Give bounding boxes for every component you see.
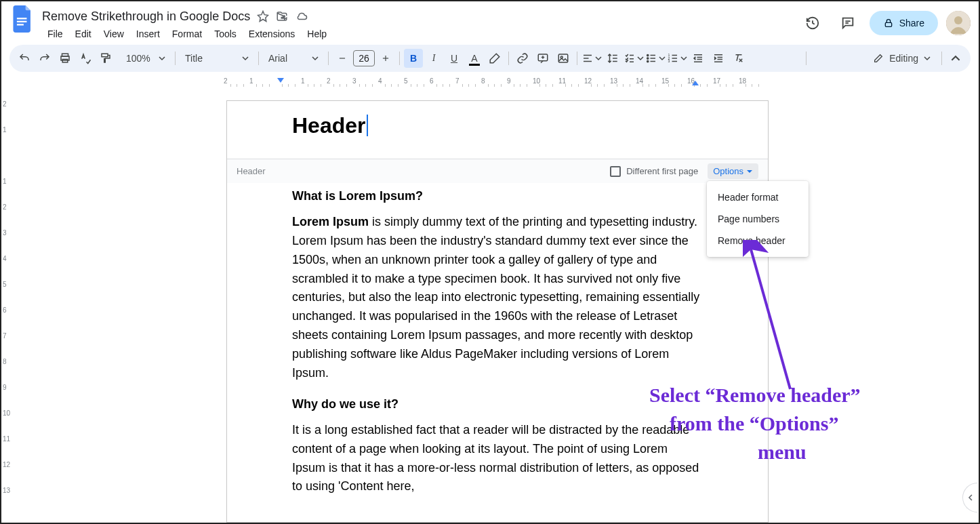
options-dropdown-menu: Header format Page numbers Remove header xyxy=(707,181,809,257)
underline-button[interactable]: U xyxy=(445,49,464,68)
collapse-toolbar-button[interactable] xyxy=(946,49,965,68)
menu-page-numbers[interactable]: Page numbers xyxy=(707,208,809,230)
paragraph: Lorem Ipsum is simply dummy text of the … xyxy=(292,213,703,383)
title-area: Remove Strikethrough in Google Docs File… xyxy=(42,5,799,42)
move-icon[interactable] xyxy=(276,10,288,22)
chevron-down-icon xyxy=(159,55,165,62)
header-control-bar: Header Different first page Options Head… xyxy=(227,159,768,183)
pencil-icon xyxy=(873,53,884,64)
toolbar-wrap: 100% Title Arial 26 B I U A 123 Editing xyxy=(1,45,979,77)
add-comment-button[interactable] xyxy=(533,49,552,68)
insert-image-button[interactable] xyxy=(554,49,573,68)
svg-point-7 xyxy=(954,16,962,24)
menu-remove-header[interactable]: Remove header xyxy=(707,230,809,251)
lock-icon xyxy=(883,18,894,28)
share-label: Share xyxy=(899,18,924,28)
text-color-button[interactable]: A xyxy=(465,49,484,68)
menu-view[interactable]: View xyxy=(98,26,129,42)
svg-rect-1 xyxy=(17,21,27,22)
checklist-button[interactable] xyxy=(624,49,644,68)
separator xyxy=(399,52,400,65)
menu-help[interactable]: Help xyxy=(302,26,332,42)
separator xyxy=(806,52,807,65)
docs-logo[interactable] xyxy=(9,5,37,33)
caret-down-icon xyxy=(746,168,753,175)
chevron-down-icon xyxy=(659,55,666,62)
separator xyxy=(508,52,509,65)
heading: Why do we use it? xyxy=(292,395,703,414)
chevron-down-icon xyxy=(637,55,644,62)
horizontal-ruler[interactable]: 21123456789101112131415161718 xyxy=(34,77,979,88)
redo-button[interactable] xyxy=(35,49,54,68)
page-header-area[interactable]: Header xyxy=(227,101,768,159)
toolbar: 100% Title Arial 26 B I U A 123 Editing xyxy=(9,45,971,72)
separator xyxy=(577,52,577,65)
decrease-font-button[interactable] xyxy=(333,49,352,68)
increase-indent-button[interactable] xyxy=(709,49,728,68)
align-button[interactable] xyxy=(581,49,602,68)
numbered-list-button[interactable]: 123 xyxy=(667,49,687,68)
zoom-select[interactable]: 100% xyxy=(117,49,171,68)
undo-button[interactable] xyxy=(15,49,34,68)
header-bar-label: Header xyxy=(237,166,266,176)
bold-button[interactable]: B xyxy=(404,49,423,68)
header-text[interactable]: Header xyxy=(292,113,366,138)
print-button[interactable] xyxy=(56,49,75,68)
chevron-down-icon xyxy=(242,55,249,62)
font-size-input[interactable]: 26 xyxy=(353,50,375,66)
editing-mode-button[interactable]: Editing xyxy=(866,49,937,68)
share-button[interactable]: Share xyxy=(870,11,938,35)
chevron-down-icon xyxy=(924,55,931,62)
comments-icon[interactable] xyxy=(834,9,861,37)
spellcheck-button[interactable] xyxy=(76,49,95,68)
svg-rect-5 xyxy=(885,22,891,26)
svg-rect-2 xyxy=(17,24,24,25)
separator xyxy=(258,52,259,65)
doc-title[interactable]: Remove Strikethrough in Google Docs xyxy=(42,9,250,24)
different-first-page-checkbox[interactable]: Different first page xyxy=(610,166,698,177)
menu-insert[interactable]: Insert xyxy=(131,26,165,42)
menu-file[interactable]: File xyxy=(42,26,68,42)
star-icon[interactable] xyxy=(257,10,269,22)
highlight-button[interactable] xyxy=(485,49,504,68)
increase-font-button[interactable] xyxy=(376,49,395,68)
font-select[interactable]: Arial xyxy=(263,49,324,68)
chevron-down-icon xyxy=(680,55,687,62)
menu-extensions[interactable]: Extensions xyxy=(243,26,300,42)
paint-format-button[interactable] xyxy=(96,49,115,68)
checkbox-icon xyxy=(610,166,621,177)
heading: What is Lorem Ipsum? xyxy=(292,187,703,206)
separator xyxy=(941,52,942,65)
svg-point-30 xyxy=(647,58,649,59)
italic-button[interactable]: I xyxy=(424,49,443,68)
paragraph: It is a long established fact that a rea… xyxy=(292,421,703,497)
separator xyxy=(175,52,176,65)
header-options-button[interactable]: Options xyxy=(708,163,758,179)
page-body[interactable]: What is Lorem Ipsum? Lorem Ipsum is simp… xyxy=(227,183,768,522)
header-right: Share xyxy=(799,5,971,37)
vertical-ruler[interactable]: 2112345678910111213 xyxy=(1,88,15,523)
menu-edit[interactable]: Edit xyxy=(70,26,97,42)
menu-format[interactable]: Format xyxy=(167,26,207,42)
avatar[interactable] xyxy=(946,11,971,35)
svg-point-29 xyxy=(647,54,649,56)
menu-header-format[interactable]: Header format xyxy=(707,186,809,208)
app-header: Remove Strikethrough in Google Docs File… xyxy=(1,1,979,45)
chevron-down-icon xyxy=(595,55,602,62)
clear-formatting-button[interactable] xyxy=(729,49,748,68)
decrease-indent-button[interactable] xyxy=(689,49,708,68)
svg-rect-11 xyxy=(102,54,108,57)
style-select[interactable]: Title xyxy=(180,49,254,68)
line-spacing-button[interactable] xyxy=(603,49,622,68)
separator xyxy=(328,52,329,65)
insert-link-button[interactable] xyxy=(513,49,532,68)
cloud-icon[interactable] xyxy=(295,10,308,22)
svg-rect-0 xyxy=(17,18,27,19)
bulleted-list-button[interactable] xyxy=(645,49,666,68)
history-icon[interactable] xyxy=(799,9,826,37)
annotation-text: Select “Remove header” from the “Options… xyxy=(649,381,861,466)
chevron-down-icon xyxy=(312,55,319,62)
text-cursor xyxy=(367,115,368,136)
menu-tools[interactable]: Tools xyxy=(209,26,242,42)
svg-rect-18 xyxy=(558,54,568,62)
